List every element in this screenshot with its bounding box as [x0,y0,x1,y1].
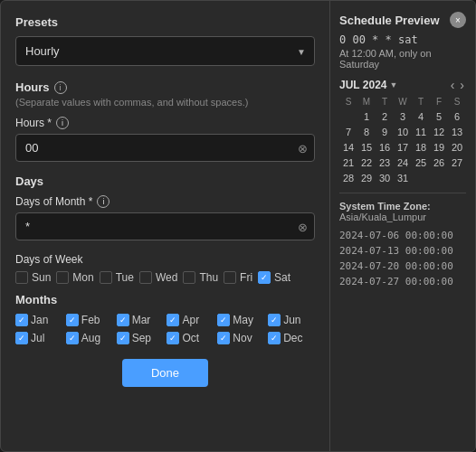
close-button[interactable]: × [450,12,466,28]
dow-checkbox-sun[interactable] [15,271,28,284]
months-title: Months [15,293,315,306]
cal-cell: 5 [430,109,448,124]
month-label-nov: Nov [233,332,252,344]
cal-dow-header: T [376,97,394,107]
month-checkbox-mar[interactable] [117,314,129,326]
month-item: Oct [167,332,214,344]
month-checkbox-jun[interactable] [268,314,281,326]
days-of-month-info-icon[interactable]: i [97,195,109,208]
dow-checkbox-sat[interactable] [258,271,271,284]
days-of-month-input[interactable] [15,212,315,240]
month-item: Jul [15,332,62,344]
month-item: Dec [268,332,315,344]
cal-cell: 21 [339,155,357,170]
days-of-month-input-wrapper: ⊗ [15,212,315,240]
month-checkbox-dec[interactable] [268,332,281,344]
hours-clear-icon[interactable]: ⊗ [298,142,308,154]
month-checkbox-jan[interactable] [15,314,28,326]
hours-field-info-icon[interactable]: i [56,117,69,129]
next-month-button[interactable]: › [458,79,466,91]
month-checkbox-apr[interactable] [167,314,179,326]
months-section: Months JanFebMarAprMayJunJulAugSepOctNov… [15,293,315,344]
dow-checkbox-mon[interactable] [56,271,69,284]
dow-checkbox-fri[interactable] [224,271,236,284]
preview-header: Schedule Preview × [339,12,466,28]
months-grid: JanFebMarAprMayJunJulAugSepOctNovDec [15,314,315,344]
days-of-week-label: Days of Week [15,253,315,266]
calendar-grid: SMTWTFS 12345678910111213141516171819202… [339,97,466,185]
cal-cell: 28 [339,171,357,185]
cal-cell: 20 [448,140,466,155]
hours-info-icon[interactable]: i [54,81,67,94]
dow-label-tue: Tue [116,271,134,284]
month-item: Aug [66,332,113,344]
cal-cell [412,171,430,185]
month-checkbox-sep[interactable] [117,332,129,344]
calendar-nav: JUL 2024 ▼ ‹ › [339,79,466,91]
cal-cell: 24 [394,155,412,170]
dow-label-fri: Fri [240,271,252,284]
month-item: May [217,314,264,326]
cal-cell: 6 [448,109,466,124]
month-label-sep: Sep [132,332,151,344]
dow-checkbox-wed[interactable] [139,271,152,284]
hours-input[interactable] [15,134,315,162]
month-label-aug: Aug [81,332,100,344]
dow-checkbox-tue[interactable] [100,271,112,284]
left-panel: Presets HourlyDailyWeeklyMonthlyYearlyCu… [1,1,330,451]
month-checkbox-feb[interactable] [66,314,79,326]
cal-cell: 12 [430,125,448,139]
done-btn-wrapper: Done [15,359,315,391]
cal-cell: 30 [376,171,394,185]
month-checkbox-oct[interactable] [167,332,179,344]
cal-cell: 22 [357,155,376,170]
month-item: Jan [15,314,62,326]
days-of-month-clear-icon[interactable]: ⊗ [298,221,308,232]
right-panel: Schedule Preview × 0 00 * * sat At 12:00… [330,1,475,451]
schedule-item: 2024-07-20 00:00:00 [339,259,466,274]
month-checkbox-aug[interactable] [66,332,79,344]
system-tz: System Time Zone: Asia/Kuala_Lumpur [339,201,466,222]
hours-title: Hours [15,80,50,94]
day-item: Fri [224,271,252,284]
hours-hint: (Separate values with commas, and withou… [15,97,315,108]
month-checkbox-jul[interactable] [15,332,28,344]
cron-description: At 12:00 AM, only on Saturday [339,48,466,70]
schedule-item: 2024-07-27 00:00:00 [339,274,466,289]
cal-cell: 8 [357,125,376,139]
cal-cell: 10 [394,125,412,139]
month-item: Sep [117,332,164,344]
prev-month-button[interactable]: ‹ [449,79,457,91]
month-label-may: May [233,314,253,326]
preview-title: Schedule Preview [339,14,440,27]
presets-dropdown[interactable]: HourlyDailyWeeklyMonthlyYearlyCustom [15,36,315,66]
cal-cell: 23 [376,155,394,170]
month-label-feb: Feb [81,314,100,326]
month-item: Jun [268,314,315,326]
day-item: Thu [183,271,218,284]
days-title: Days [15,174,315,188]
schedule-list: 2024-07-06 00:00:002024-07-13 00:00:0020… [339,228,466,289]
cal-dow-header: S [339,97,357,107]
hours-section-header: Hours i [15,80,315,94]
month-label-mar: Mar [132,314,151,326]
cal-cell: 31 [394,171,412,185]
cal-cell [339,109,357,124]
dow-label-mon: Mon [72,271,93,284]
cal-cell: 16 [376,140,394,155]
month-checkbox-may[interactable] [217,314,230,326]
cron-expression: 0 00 * * sat [339,33,466,46]
day-item: Mon [56,271,93,284]
cal-cell: 29 [357,171,376,185]
dow-checkbox-thu[interactable] [183,271,195,284]
calendar-month-year[interactable]: JUL 2024 ▼ [339,79,397,91]
done-button[interactable]: Done [122,359,208,387]
month-checkbox-nov[interactable] [217,332,230,344]
cal-dow-header: M [357,97,376,107]
cal-cell: 17 [394,140,412,155]
cal-cell [430,171,448,185]
hours-field-label: Hours * i [15,117,315,129]
month-label-jun: Jun [283,314,300,326]
month-item: Nov [217,332,264,344]
day-item: Sat [258,271,290,284]
